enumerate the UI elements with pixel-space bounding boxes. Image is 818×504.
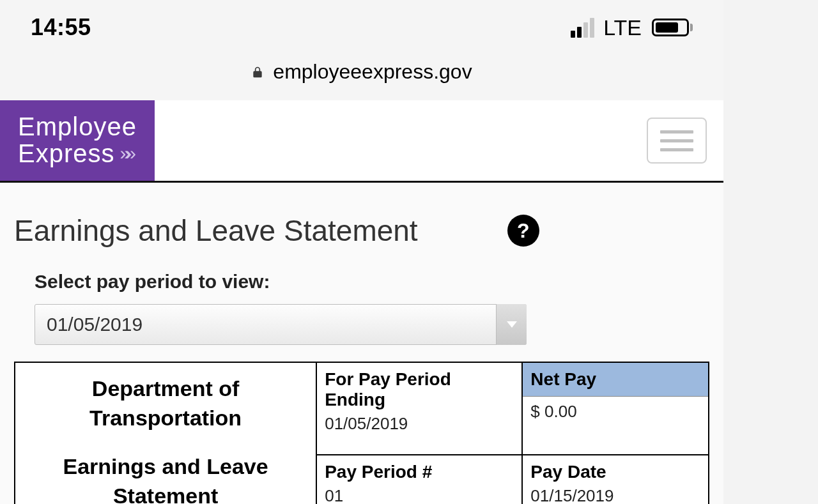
main-content: Earnings and Leave Statement ? Select pa…	[0, 183, 723, 504]
pay-period-ending-cell: For Pay Period Ending 01/05/2019	[316, 362, 522, 455]
brand-line1: Employee	[18, 113, 137, 140]
statement-subtitle-line1: Earnings and Leave	[63, 454, 268, 478]
network-type: LTE	[603, 15, 642, 40]
pay-period-ending-label: For Pay Period Ending	[317, 363, 521, 413]
app-header: Employee Express »»	[0, 100, 723, 183]
net-pay-label: Net Pay	[523, 363, 708, 396]
department-line2: Transportation	[89, 406, 242, 430]
statement-header-cell: Department of Transportation Earnings an…	[15, 362, 316, 504]
hamburger-icon	[660, 130, 693, 134]
brand-line2: Express	[18, 140, 115, 167]
pay-period-number-label: Pay Period #	[317, 455, 521, 485]
pay-period-select-value: 01/05/2019	[47, 314, 143, 335]
help-button[interactable]: ?	[507, 215, 539, 247]
chevrons-icon: »»	[120, 143, 131, 164]
dropdown-arrow-icon	[496, 304, 527, 345]
pay-period-number-cell: Pay Period # 01	[316, 455, 522, 504]
browser-url-bar[interactable]: employeeexpress.gov	[0, 50, 723, 100]
lock-icon	[251, 65, 264, 79]
statement-table: Department of Transportation Earnings an…	[14, 362, 709, 504]
pay-period-ending-value: 01/05/2019	[317, 413, 521, 440]
battery-icon	[652, 19, 693, 36]
net-pay-cell: Net Pay $ 0.00	[522, 362, 709, 455]
pay-date-label: Pay Date	[523, 455, 708, 485]
svg-marker-0	[507, 321, 517, 328]
status-indicators: LTE	[571, 15, 693, 40]
pay-period-select[interactable]: 01/05/2019	[35, 304, 527, 345]
pay-date-cell: Pay Date 01/15/2019	[522, 455, 709, 504]
pay-period-number-value: 01	[317, 485, 521, 504]
pay-date-value: 01/15/2019	[523, 485, 708, 504]
brand-logo[interactable]: Employee Express »»	[0, 100, 155, 181]
question-mark-icon: ?	[517, 219, 530, 243]
signal-icon	[571, 18, 594, 38]
page-title: Earnings and Leave Statement	[14, 213, 418, 248]
pay-period-select-label: Select pay period to view:	[35, 271, 709, 293]
menu-button[interactable]	[647, 118, 707, 164]
department-line1: Department of	[92, 376, 239, 401]
browser-url-text: employeeexpress.gov	[273, 60, 472, 84]
statement-subtitle-line2: Statement	[113, 484, 218, 504]
status-time: 14:55	[31, 14, 91, 41]
status-bar: 14:55 LTE	[0, 0, 723, 50]
net-pay-value: $ 0.00	[523, 396, 708, 428]
